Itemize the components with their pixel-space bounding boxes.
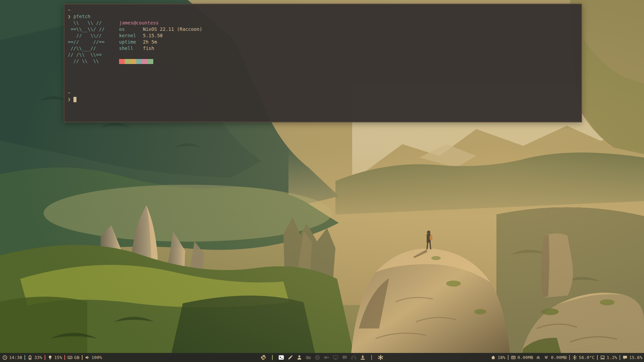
user-host: james@countess bbox=[119, 20, 202, 26]
network-icon bbox=[511, 355, 516, 360]
display-icon[interactable] bbox=[333, 355, 338, 360]
bar-right-modules: 18% 0.00MB 0.00MB 56.0°C 1.2% 15.6% bbox=[491, 355, 644, 360]
volume-module[interactable]: 100% bbox=[85, 355, 102, 360]
speech-bubble-icon bbox=[623, 355, 628, 360]
info-label: os bbox=[119, 26, 143, 33]
temperature-text: 56.0°C bbox=[579, 355, 595, 360]
battery-module[interactable]: 33% bbox=[28, 355, 42, 360]
palette-swatch bbox=[148, 59, 153, 64]
pfetch-output: \\ \\ // ==\\__\\/ // // \\// ==// //== … bbox=[68, 20, 578, 64]
info-label: shell bbox=[119, 45, 143, 52]
separator bbox=[24, 355, 25, 360]
battery-text: 33% bbox=[34, 355, 42, 360]
palette-swatch bbox=[125, 59, 130, 64]
terminal-content: ~ ❯ pfetch \\ \\ // ==\\__\\/ // // \\//… bbox=[64, 4, 581, 105]
chat-icon[interactable] bbox=[342, 355, 347, 360]
prompt-symbol: ❯ bbox=[68, 97, 70, 102]
separator bbox=[371, 355, 372, 360]
memory-text: 15.6% bbox=[629, 355, 642, 360]
temperature-module[interactable]: 56.0°C bbox=[572, 355, 595, 360]
speaker-icon bbox=[85, 355, 90, 360]
prompt-cwd: ~ bbox=[68, 90, 578, 96]
palette-swatch bbox=[130, 59, 136, 64]
info-value: NixOS 22.11 (Raccoon) bbox=[143, 26, 202, 32]
download-icon[interactable] bbox=[360, 355, 366, 360]
laptop-icon bbox=[600, 355, 605, 360]
cpu-text: 1.2% bbox=[607, 355, 617, 360]
home-usage-module[interactable]: 18% bbox=[491, 355, 505, 360]
prompt-cwd: ~ bbox=[68, 7, 578, 13]
lightbulb-icon bbox=[48, 355, 53, 360]
clock-text: 14:38 bbox=[9, 355, 22, 360]
bar-left-modules: 14:38 33% 15% GB 100% bbox=[0, 355, 102, 360]
brightness-module[interactable]: 15% bbox=[48, 355, 62, 360]
status-bar: 14:38 33% 15% GB 100% bbox=[0, 353, 644, 362]
separator bbox=[45, 355, 45, 360]
terminal-icon[interactable] bbox=[278, 355, 284, 360]
network-up-text: 0.00MB bbox=[551, 355, 567, 360]
cpu-module[interactable]: 1.2% bbox=[600, 355, 617, 360]
info-value: 2h 5m bbox=[143, 39, 157, 45]
info-label: uptime bbox=[119, 39, 143, 45]
palette-swatch bbox=[119, 59, 125, 64]
info-row-kernel: kernel5.15.58 bbox=[119, 33, 202, 39]
house-icon bbox=[491, 355, 496, 360]
user-icon[interactable] bbox=[297, 355, 302, 360]
memory-module[interactable]: 15.6% bbox=[623, 355, 642, 360]
separator bbox=[82, 355, 83, 360]
nixos-icon[interactable] bbox=[378, 355, 383, 360]
color-palette bbox=[119, 58, 202, 64]
info-row-shell: shellfish bbox=[119, 45, 202, 52]
palette-swatch bbox=[142, 59, 148, 64]
prompt-line: ❯ pfetch bbox=[68, 13, 578, 20]
download-chevrons-icon bbox=[544, 355, 549, 360]
terminal-window[interactable]: ~ ❯ pfetch \\ \\ // ==\\__\\/ // // \\//… bbox=[64, 4, 582, 122]
clock-icon bbox=[2, 355, 7, 360]
separator bbox=[569, 355, 570, 360]
separator bbox=[64, 355, 65, 360]
separator bbox=[508, 355, 508, 360]
info-row-uptime: uptime2h 5m bbox=[119, 39, 202, 45]
separator bbox=[620, 355, 620, 360]
brightness-text: 15% bbox=[54, 355, 62, 360]
headphones-icon[interactable] bbox=[351, 355, 357, 360]
camera-icon[interactable] bbox=[324, 355, 329, 360]
pfetch-info: james@countess osNixOS 22.11 (Raccoon) k… bbox=[119, 20, 202, 64]
network-down-text: 0.00MB bbox=[518, 355, 533, 360]
home-usage-text: 18% bbox=[497, 355, 505, 360]
nixos-ascii-logo: \\ \\ // ==\\__\\/ // // \\// ==// //== … bbox=[68, 20, 119, 64]
active-prompt-line: ❯ bbox=[68, 96, 578, 103]
info-value: fish bbox=[143, 46, 154, 51]
upload-chevrons-icon bbox=[536, 355, 541, 360]
bar-tray bbox=[261, 355, 383, 360]
keyboard-layout-module[interactable]: GB bbox=[67, 355, 79, 360]
volume-text: 100% bbox=[92, 355, 102, 360]
info-value: 5.15.58 bbox=[143, 33, 163, 38]
clock-module[interactable]: 14:38 bbox=[2, 355, 22, 360]
battery-icon bbox=[28, 355, 33, 360]
terminal-cursor bbox=[73, 97, 76, 102]
info-row-os: osNixOS 22.11 (Raccoon) bbox=[119, 26, 202, 33]
python-icon[interactable] bbox=[261, 355, 266, 360]
keyboard-icon bbox=[67, 355, 72, 360]
palette-swatch bbox=[136, 59, 142, 64]
folder-icon[interactable] bbox=[306, 355, 311, 360]
globe-icon[interactable] bbox=[315, 355, 320, 360]
edit-icon[interactable] bbox=[287, 355, 293, 360]
command-text: pfetch bbox=[73, 14, 91, 19]
separator bbox=[597, 355, 598, 360]
keyboard-layout-text: GB bbox=[74, 355, 79, 360]
network-module[interactable]: 0.00MB 0.00MB bbox=[511, 355, 567, 360]
snowflake-icon bbox=[572, 355, 577, 360]
info-label: kernel bbox=[119, 33, 143, 39]
separator bbox=[272, 355, 273, 360]
